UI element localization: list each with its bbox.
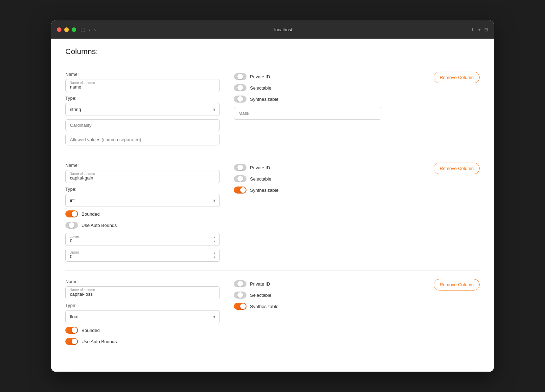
bounded-label-2: Bounded <box>81 211 100 217</box>
private-id-label-3: Private ID <box>250 281 270 287</box>
minimize-button[interactable] <box>64 27 69 32</box>
selectable-label-1: Selectable <box>250 85 271 91</box>
upper-step-up-2[interactable]: ▲ <box>212 251 217 255</box>
maximize-button[interactable] <box>72 27 76 32</box>
bounded-thumb-3 <box>72 327 77 333</box>
private-id-row-2: Private ID <box>234 164 409 171</box>
url-bar: localhost <box>100 27 466 32</box>
column-right-3: Remove Column <box>423 279 480 290</box>
private-id-toggle-3[interactable] <box>234 280 247 287</box>
upper-wrapper-2: Upper ▲ ▼ <box>65 249 220 262</box>
lower-steppers-2: ▲ ▼ <box>212 236 217 243</box>
forward-icon[interactable]: › <box>94 27 96 33</box>
selectable-label-3: Selectable <box>250 293 271 298</box>
selectable-label-2: Selectable <box>250 176 271 182</box>
auto-bounds-row-3: Use Auto Bounds <box>65 338 220 345</box>
column-middle-3: Private ID Selectable Synthesizable <box>234 279 409 314</box>
type-select-wrapper-2: string int float bool ▼ <box>65 194 220 207</box>
column-right-1: Remove Column <box>423 72 480 83</box>
bounded-row-3: Bounded <box>65 327 220 334</box>
private-id-label-1: Private ID <box>250 74 270 79</box>
name-input-wrapper-2: Name of column <box>65 170 220 183</box>
column-section-2: Name: Name of column Type: string int fl… <box>65 154 480 270</box>
type-label-2: Type: <box>65 187 220 192</box>
close-button[interactable] <box>57 27 61 32</box>
grid-icon[interactable]: ⊞ <box>484 27 488 32</box>
private-id-toggle-1[interactable] <box>234 73 247 80</box>
auto-bounds-label-3: Use Auto Bounds <box>81 339 117 344</box>
synthesizable-label-3: Synthesizable <box>250 304 278 309</box>
private-id-label-2: Private ID <box>250 165 270 170</box>
synthesizable-row-1: Synthesizable <box>234 96 409 103</box>
remove-column-button-3[interactable]: Remove Column <box>434 279 480 290</box>
mask-input-1[interactable] <box>234 107 381 120</box>
bounded-row-2: Bounded <box>65 210 220 217</box>
cardinality-wrapper-1 <box>65 119 220 131</box>
synthesizable-toggle-3[interactable] <box>234 303 247 310</box>
new-tab-icon[interactable]: + <box>478 27 481 32</box>
lower-wrapper-2: Lower ▲ ▼ <box>65 233 220 246</box>
name-input-wrapper-1: Name of column <box>65 79 220 92</box>
selectable-toggle-3[interactable] <box>234 292 247 299</box>
type-select-wrapper-3: string int float bool ▼ <box>65 310 220 323</box>
selectable-thumb-1 <box>237 85 243 91</box>
type-select-1[interactable]: string int float bool <box>65 103 220 116</box>
synthesizable-label-2: Synthesizable <box>250 188 278 193</box>
name-input-wrapper-3: Name of column <box>65 286 220 299</box>
traffic-lights <box>57 27 76 32</box>
name-label-2: Name: <box>65 163 220 168</box>
synthesizable-thumb-3 <box>240 303 246 309</box>
auto-bounds-toggle-2[interactable] <box>65 222 78 229</box>
share-icon[interactable]: ⬆ <box>471 27 474 32</box>
lower-label-2: Lower <box>70 235 79 239</box>
name-floating-label-1: Name of column <box>70 81 95 85</box>
auto-bounds-row-2: Use Auto Bounds <box>65 222 220 229</box>
column-left-1: Name: Name of column Type: string int fl… <box>65 72 220 145</box>
remove-column-button-1[interactable]: Remove Column <box>434 72 480 83</box>
url-text: localhost <box>274 27 292 32</box>
upper-label-2: Upper <box>70 250 79 254</box>
private-id-thumb-2 <box>237 165 243 170</box>
lower-step-down-2[interactable]: ▼ <box>212 240 217 243</box>
upper-step-down-2[interactable]: ▼ <box>212 256 217 259</box>
bounded-label-3: Bounded <box>81 328 100 333</box>
sidebar-toggle-icon[interactable]: ▢ <box>80 26 85 33</box>
auto-bounds-toggle-3[interactable] <box>65 338 78 345</box>
selectable-toggle-2[interactable] <box>234 175 247 182</box>
column-left-2: Name: Name of column Type: string int fl… <box>65 163 220 262</box>
private-id-row-1: Private ID <box>234 73 409 80</box>
type-select-3[interactable]: string int float bool <box>65 310 220 323</box>
auto-bounds-thumb-2 <box>69 222 74 228</box>
synthesizable-label-1: Synthesizable <box>250 97 278 102</box>
cardinality-input-1[interactable] <box>65 119 220 131</box>
bounded-toggle-3[interactable] <box>65 327 78 334</box>
lower-input-2[interactable] <box>65 233 220 246</box>
private-id-thumb-3 <box>237 281 243 287</box>
auto-bounds-thumb-3 <box>72 339 77 344</box>
column-right-2: Remove Column <box>423 163 480 174</box>
allowed-values-input-1[interactable] <box>65 134 220 145</box>
type-select-wrapper-1: string int float bool ▼ <box>65 103 220 116</box>
private-id-toggle-2[interactable] <box>234 164 247 171</box>
browser-chrome: ▢ ‹ › localhost ⬆ + ⊞ <box>51 20 494 39</box>
selectable-toggle-1[interactable] <box>234 84 247 91</box>
type-label-3: Type: <box>65 303 220 308</box>
synthesizable-toggle-1[interactable] <box>234 96 247 103</box>
column-section-3: Name: Name of column Type: string int fl… <box>65 270 480 358</box>
name-label-1: Name: <box>65 72 220 77</box>
back-icon[interactable]: ‹ <box>89 27 91 33</box>
content-area: Columns: Name: Name of column Type: stri… <box>51 39 494 372</box>
bounded-toggle-2[interactable] <box>65 210 78 217</box>
name-floating-label-3: Name of column <box>70 288 95 292</box>
upper-input-2[interactable] <box>65 249 220 262</box>
remove-column-button-2[interactable]: Remove Column <box>434 163 480 174</box>
synthesizable-thumb-1 <box>237 96 243 102</box>
lower-step-up-2[interactable]: ▲ <box>212 236 217 239</box>
synthesizable-row-3: Synthesizable <box>234 303 409 310</box>
type-select-2[interactable]: string int float bool <box>65 194 220 207</box>
column-section-1: Name: Name of column Type: string int fl… <box>65 63 480 154</box>
selectable-row-3: Selectable <box>234 292 409 299</box>
synthesizable-toggle-2[interactable] <box>234 187 247 194</box>
browser-window: ▢ ‹ › localhost ⬆ + ⊞ Columns: Name: Nam… <box>51 20 494 372</box>
name-label-3: Name: <box>65 279 220 284</box>
